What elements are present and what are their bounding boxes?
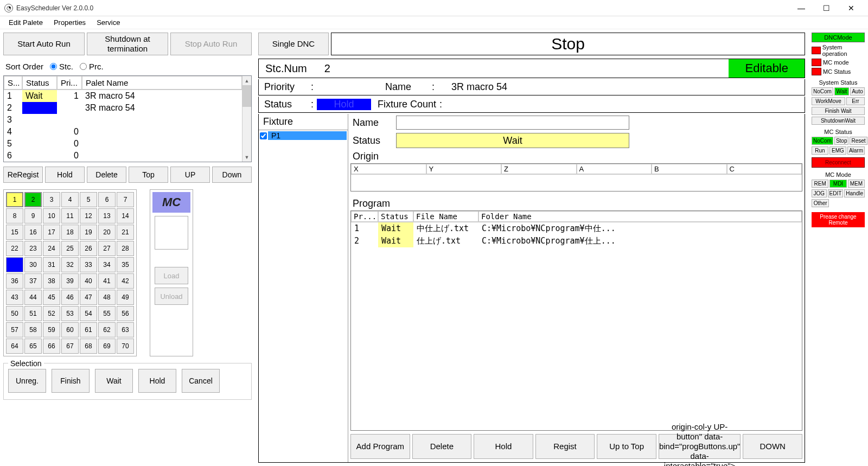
stocker-40-button[interactable]: 40 <box>80 273 97 289</box>
stocker-59-button[interactable]: 59 <box>43 322 60 337</box>
menu-edit-palete[interactable]: Edit Palete <box>4 17 47 28</box>
mcs-alarm-button[interactable]: Alarm <box>847 146 865 155</box>
origin-col-z[interactable]: Z <box>501 164 577 174</box>
stocker-33-button[interactable]: 33 <box>80 257 97 272</box>
sys-auto-button[interactable]: Auto <box>850 87 865 95</box>
stocker-34-button[interactable]: 34 <box>98 257 116 272</box>
top-button[interactable]: Top <box>129 167 168 183</box>
stop-auto-run-button[interactable]: Stop Auto Run <box>170 33 252 55</box>
prog-col-pr[interactable]: Pr... <box>351 211 378 222</box>
stocker-16-button[interactable]: 16 <box>24 225 42 240</box>
stocker-4-button[interactable]: 4 <box>61 192 79 207</box>
stocker-36-button[interactable]: 36 <box>6 273 23 289</box>
col-status[interactable]: Status <box>22 76 57 90</box>
stocker-41-button[interactable]: 41 <box>98 273 116 289</box>
stocker-39-button[interactable]: 39 <box>61 273 79 289</box>
stocker-43-button[interactable]: 43 <box>6 290 23 305</box>
sys-err-button[interactable]: Err <box>846 97 865 105</box>
sel-unreg-button[interactable]: Unreg. <box>8 369 46 393</box>
stocker-53-button[interactable]: 53 <box>61 306 79 321</box>
prog-down-button[interactable]: DOWN <box>743 434 802 459</box>
stocker-70-button[interactable]: 70 <box>117 339 134 354</box>
scroll-thumb[interactable] <box>242 85 251 107</box>
stocker-29-button[interactable]: 29 <box>6 257 23 272</box>
unload-button[interactable]: Unload <box>155 288 188 305</box>
stocker-44-button[interactable]: 44 <box>24 290 42 305</box>
maximize-icon[interactable]: ☐ <box>814 0 839 16</box>
menu-properties[interactable]: Properties <box>49 17 90 28</box>
sys-workmove-button[interactable]: WorkMove <box>812 97 845 105</box>
table-row[interactable]: 3 <box>4 114 242 126</box>
origin-col-x[interactable]: X <box>351 164 426 174</box>
stocker-20-button[interactable]: 20 <box>98 225 116 240</box>
prog-delete-button[interactable]: Delete <box>412 434 472 459</box>
mcm-jog-button[interactable]: JOG <box>812 189 827 197</box>
stocker-68-button[interactable]: 68 <box>80 339 97 354</box>
stocker-24-button[interactable]: 24 <box>43 241 60 256</box>
stocker-66-button[interactable]: 66 <box>43 339 60 354</box>
mcm-mem-button[interactable]: MEM <box>848 180 865 188</box>
col-pri[interactable]: Pri... <box>57 76 82 90</box>
stocker-37-button[interactable]: 37 <box>24 273 42 289</box>
mcs-stop-button[interactable]: Stop <box>834 137 849 145</box>
stocker-51-button[interactable]: 51 <box>24 306 42 321</box>
stocker-63-button[interactable]: 63 <box>117 322 134 337</box>
menu-service[interactable]: Service <box>92 17 124 28</box>
load-button[interactable]: Load <box>155 267 188 284</box>
sys-wait-button[interactable]: Wait <box>834 87 849 95</box>
table-row[interactable]: 1Wait13R macro 54 <box>4 90 242 102</box>
mcm-other-button[interactable]: Other <box>812 199 829 207</box>
table-row[interactable]: 2Hold3R macro 54 <box>4 102 242 114</box>
delete-button[interactable]: Delete <box>87 167 126 183</box>
stocker-13-button[interactable]: 13 <box>98 208 116 224</box>
origin-col-a[interactable]: A <box>577 164 652 174</box>
reregist-button[interactable]: ReRegist <box>3 167 43 183</box>
stocker-56-button[interactable]: 56 <box>117 306 134 321</box>
stocker-69-button[interactable]: 69 <box>98 339 116 354</box>
radio-prc[interactable]: Prc. <box>80 62 104 71</box>
stocker-54-button[interactable]: 54 <box>80 306 97 321</box>
stocker-18-button[interactable]: 18 <box>61 225 79 240</box>
stocker-5-button[interactable]: 5 <box>80 192 97 207</box>
fixture-item[interactable]: P1 <box>260 131 347 140</box>
stocker-19-button[interactable]: 19 <box>80 225 97 240</box>
mcs-nocom-button[interactable]: NoCom <box>812 137 833 145</box>
stocker-38-button[interactable]: 38 <box>43 273 60 289</box>
mcs-emg-button[interactable]: EMG <box>829 146 846 155</box>
stocker-47-button[interactable]: 47 <box>80 290 97 305</box>
stocker-2-button[interactable]: 2 <box>24 192 42 207</box>
mcm-rem-button[interactable]: REM <box>812 180 828 188</box>
origin-col-y[interactable]: Y <box>426 164 502 174</box>
stocker-60-button[interactable]: 60 <box>61 322 79 337</box>
sel-finish-button[interactable]: Finish <box>52 369 90 393</box>
stocker-10-button[interactable]: 10 <box>43 208 60 224</box>
stocker-28-button[interactable]: 28 <box>117 241 134 256</box>
mcm-edit-button[interactable]: EDIT <box>828 189 844 197</box>
stocker-55-button[interactable]: 55 <box>98 306 116 321</box>
sel-hold-button[interactable]: Hold <box>138 369 176 393</box>
stocker-7-button[interactable]: 7 <box>117 192 134 207</box>
radio-stc[interactable]: Stc. <box>50 62 73 71</box>
col-s[interactable]: S... <box>4 76 22 90</box>
stocker-58-button[interactable]: 58 <box>24 322 42 337</box>
stocker-61-button[interactable]: 61 <box>80 322 97 337</box>
sel-wait-button[interactable]: Wait <box>95 369 133 393</box>
stocker-11-button[interactable]: 11 <box>61 208 79 224</box>
sys-finishwait-button[interactable]: Finish Wait <box>812 107 865 115</box>
down-button[interactable]: Down <box>212 167 252 183</box>
stocker-49-button[interactable]: 49 <box>117 290 134 305</box>
mcm-handle-button[interactable]: Handle <box>844 189 865 197</box>
stocker-14-button[interactable]: 14 <box>117 208 134 224</box>
stocker-67-button[interactable]: 67 <box>61 339 79 354</box>
scroll-down-icon[interactable]: ▼ <box>242 152 251 162</box>
minimize-icon[interactable]: — <box>789 0 814 16</box>
stocker-3-button[interactable]: 3 <box>43 192 60 207</box>
stocker-62-button[interactable]: 62 <box>98 322 116 337</box>
stocker-6-button[interactable]: 6 <box>98 192 116 207</box>
stocker-22-button[interactable]: 22 <box>6 241 23 256</box>
mcm-mdi-button[interactable]: MDI <box>829 180 846 188</box>
prog-col-status[interactable]: Status <box>378 211 413 222</box>
close-icon[interactable]: ✕ <box>839 0 864 16</box>
stocker-64-button[interactable]: 64 <box>6 339 23 354</box>
stocker-12-button[interactable]: 12 <box>80 208 97 224</box>
